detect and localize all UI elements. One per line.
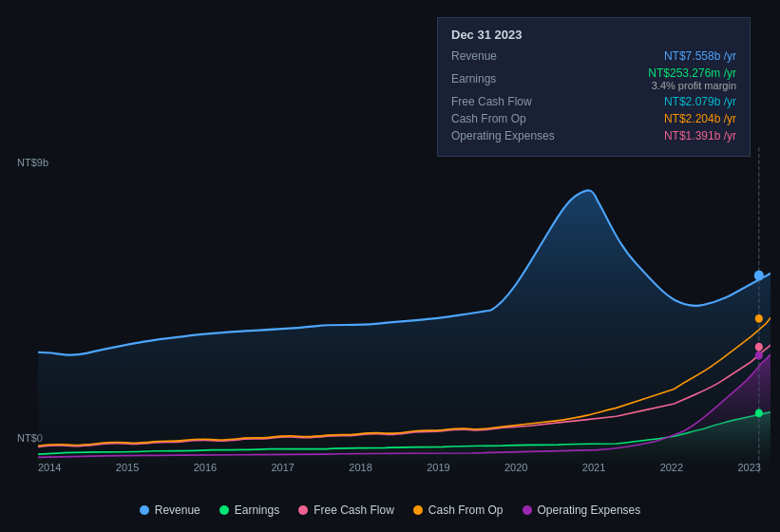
x-label-2018: 2018 bbox=[349, 462, 371, 473]
legend-opex[interactable]: Operating Expenses bbox=[523, 504, 641, 517]
opex-dot bbox=[755, 352, 763, 360]
x-label-2023: 2023 bbox=[737, 462, 760, 473]
x-label-2020: 2020 bbox=[504, 462, 527, 473]
x-label-2021: 2021 bbox=[582, 462, 605, 473]
x-label-2014: 2014 bbox=[38, 462, 61, 473]
x-label-2019: 2019 bbox=[427, 462, 449, 473]
tooltip-value-cashfromop: NT$2.204b /yr bbox=[664, 112, 736, 125]
tooltip-value-opex: NT$1.391b /yr bbox=[664, 129, 736, 142]
tooltip-value-revenue: NT$7.558b /yr bbox=[664, 49, 736, 63]
x-label-2017: 2017 bbox=[271, 462, 294, 473]
tooltip-label-revenue: Revenue bbox=[451, 49, 565, 63]
legend-label-revenue: Revenue bbox=[155, 504, 200, 517]
x-labels: 2014 2015 2016 2017 2018 2019 2020 2021 … bbox=[38, 462, 761, 473]
tooltip-date: Dec 31 2023 bbox=[451, 28, 736, 42]
tooltip-row-earnings: Earnings NT$253.276m /yr 3.4% profit mar… bbox=[451, 66, 736, 91]
legend-dot-cashfromop bbox=[413, 505, 423, 515]
tooltip-label-earnings: Earnings bbox=[451, 72, 565, 86]
tooltip-row-fcf: Free Cash Flow NT$2.079b /yr bbox=[451, 95, 736, 108]
tooltip-value-earnings: NT$253.276m /yr bbox=[648, 66, 736, 80]
tooltip-row-opex: Operating Expenses NT$1.391b /yr bbox=[451, 129, 736, 142]
legend-dot-revenue bbox=[140, 505, 149, 515]
tooltip-value-fcf: NT$2.079b /yr bbox=[664, 95, 736, 108]
chart-area bbox=[38, 147, 770, 473]
legend-fcf[interactable]: Free Cash Flow bbox=[298, 504, 394, 517]
legend-dot-earnings bbox=[219, 505, 229, 515]
earnings-dot bbox=[755, 409, 763, 418]
tooltip-label-cashfromop: Cash From Op bbox=[451, 112, 565, 125]
legend-dot-fcf bbox=[298, 505, 308, 515]
tooltip-row-revenue: Revenue NT$7.558b /yr bbox=[451, 49, 736, 63]
x-label-2016: 2016 bbox=[194, 462, 217, 473]
x-label-2022: 2022 bbox=[660, 462, 683, 473]
legend-label-earnings: Earnings bbox=[235, 504, 279, 517]
legend-dot-opex bbox=[523, 505, 532, 515]
revenue-area bbox=[38, 190, 770, 473]
tooltip-label-opex: Operating Expenses bbox=[451, 129, 565, 142]
legend-cashfromop[interactable]: Cash From Op bbox=[413, 504, 504, 517]
legend-label-opex: Operating Expenses bbox=[538, 504, 641, 517]
legend-earnings[interactable]: Earnings bbox=[219, 504, 279, 517]
legend-label-fcf: Free Cash Flow bbox=[314, 504, 394, 517]
legend: Revenue Earnings Free Cash Flow Cash Fro… bbox=[0, 504, 780, 517]
legend-label-cashfromop: Cash From Op bbox=[428, 504, 504, 517]
tooltip-label-fcf: Free Cash Flow bbox=[451, 95, 565, 108]
revenue-dot bbox=[754, 270, 764, 280]
fcf-dot bbox=[755, 343, 763, 352]
tooltip-box: Dec 31 2023 Revenue NT$7.558b /yr Earnin… bbox=[437, 17, 751, 157]
chart-container: Dec 31 2023 Revenue NT$7.558b /yr Earnin… bbox=[0, 0, 780, 532]
cashfromop-dot bbox=[755, 314, 763, 323]
tooltip-row-cashfromop: Cash From Op NT$2.204b /yr bbox=[451, 112, 736, 125]
tooltip-margin: 3.4% profit margin bbox=[648, 80, 736, 91]
legend-revenue[interactable]: Revenue bbox=[140, 504, 200, 517]
chart-svg bbox=[38, 147, 770, 473]
x-label-2015: 2015 bbox=[116, 462, 139, 473]
